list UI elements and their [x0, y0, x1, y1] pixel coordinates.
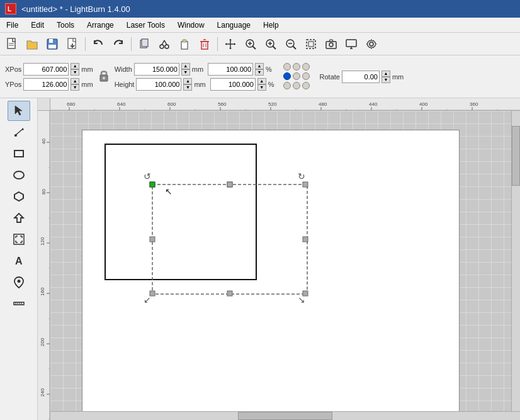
main-area: A 680 640 600 560 52 [0, 98, 520, 420]
svg-text:240: 240 [40, 388, 45, 397]
width-pct-spinner[interactable]: ▲ ▼ [255, 63, 264, 76]
edit-nodes-tool[interactable] [8, 122, 30, 142]
copy-button[interactable] [135, 35, 154, 53]
ellipse-tool[interactable] [8, 165, 30, 185]
rectangle-tool[interactable] [8, 144, 30, 164]
align-br[interactable] [302, 82, 310, 89]
cut-button[interactable] [155, 35, 174, 53]
svg-text:640: 640 [117, 101, 126, 107]
menu-arrange[interactable]: Arrange [81, 18, 120, 32]
rotate-input[interactable] [342, 71, 380, 83]
lock-icon[interactable] [97, 69, 111, 85]
settings-button[interactable] [362, 35, 381, 53]
align-mc[interactable] [293, 72, 300, 80]
select-tool[interactable] [8, 101, 30, 121]
properties-bar: XPos ▲ ▼ mm YPos ▲ ▼ mm Width [0, 55, 520, 98]
toolbox: A [0, 98, 38, 420]
width-down[interactable]: ▼ [181, 69, 190, 76]
svg-text:80: 80 [41, 189, 47, 195]
height-pct-spinner[interactable]: ▲ ▼ [257, 78, 266, 91]
xpos-spinner[interactable]: ▲ ▼ [71, 63, 79, 76]
position-tool[interactable] [8, 272, 30, 292]
svg-text:600: 600 [167, 101, 176, 107]
rotate-down[interactable]: ▼ [382, 77, 390, 83]
align-mr[interactable] [302, 72, 310, 80]
zoom-out-button[interactable] [281, 35, 300, 53]
frame-tool[interactable] [8, 229, 30, 249]
menu-laser-tools[interactable]: Laser Tools [120, 18, 171, 32]
width-up[interactable]: ▲ [181, 63, 190, 69]
ypos-input[interactable] [23, 78, 69, 91]
align-tr[interactable] [302, 63, 310, 71]
delete-button[interactable] [195, 35, 214, 53]
menu-language[interactable]: Language [211, 18, 257, 32]
monitor-button[interactable] [342, 35, 361, 53]
wpct-up[interactable]: ▲ [255, 63, 264, 69]
width-spinner[interactable]: ▲ ▼ [181, 63, 190, 76]
svg-point-12 [160, 45, 164, 48]
align-bc[interactable] [293, 82, 300, 89]
text-tool[interactable]: A [8, 251, 30, 271]
camera-button[interactable] [322, 35, 341, 53]
height-down[interactable]: ▼ [183, 84, 192, 91]
zoom-in-button[interactable] [261, 35, 280, 53]
svg-rect-18 [201, 42, 208, 49]
height-pct-input[interactable] [210, 78, 256, 91]
wpct-down[interactable]: ▼ [255, 69, 264, 76]
toolbar-sep-2 [131, 37, 132, 51]
menu-window[interactable]: Window [171, 18, 211, 32]
svg-line-34 [293, 46, 296, 49]
hpct-up[interactable]: ▲ [257, 78, 266, 84]
frame-button[interactable] [302, 35, 320, 53]
align-ml[interactable] [283, 72, 291, 80]
svg-text:40: 40 [41, 139, 47, 144]
height-input[interactable] [136, 78, 181, 91]
xpos-up[interactable]: ▲ [71, 63, 79, 69]
align-tl[interactable] [283, 63, 291, 71]
save-button[interactable] [43, 35, 62, 53]
ypos-label: YPos [5, 81, 21, 88]
menu-edit[interactable]: Edit [25, 18, 50, 32]
menu-help[interactable]: Help [257, 18, 285, 32]
horizontal-scrollbar[interactable] [50, 411, 520, 420]
height-spinner[interactable]: ▲ ▼ [183, 78, 192, 91]
open-button[interactable] [23, 35, 42, 53]
svg-text:160: 160 [40, 287, 45, 296]
measure-tool[interactable] [8, 293, 30, 314]
new-button[interactable] [3, 35, 21, 53]
svg-point-13 [165, 45, 169, 48]
xpos-group: XPos ▲ ▼ mm [5, 63, 93, 76]
arrow-tool[interactable] [8, 208, 30, 228]
undo-button[interactable] [89, 35, 108, 53]
svg-rect-52 [14, 234, 24, 244]
height-unit: mm [194, 81, 205, 88]
canvas-area[interactable]: 680 640 600 560 520 480 440 400 360 320 [38, 98, 520, 420]
menu-file[interactable]: File [0, 18, 25, 32]
menu-tools[interactable]: Tools [50, 18, 81, 32]
ypos-up[interactable]: ▲ [71, 78, 79, 84]
rotate-up[interactable]: ▲ [382, 71, 390, 77]
move-button[interactable] [221, 35, 240, 53]
align-bl[interactable] [283, 82, 291, 89]
svg-rect-36 [307, 40, 315, 48]
zoom-box-button[interactable] [241, 35, 260, 53]
width-input[interactable] [134, 63, 179, 76]
ypos-spinner[interactable]: ▲ ▼ [71, 78, 79, 91]
rotate-spinner[interactable]: ▲ ▼ [382, 71, 390, 83]
hpct-down[interactable]: ▼ [257, 84, 266, 91]
height-up[interactable]: ▲ [183, 78, 192, 84]
ypos-down[interactable]: ▼ [71, 84, 79, 91]
width-pct-input[interactable] [208, 63, 253, 76]
ypos-unit: mm [81, 81, 93, 88]
xpos-input[interactable] [23, 63, 69, 76]
xpos-down[interactable]: ▼ [71, 69, 79, 76]
import-button[interactable] [63, 35, 82, 53]
svg-text:120: 120 [40, 237, 45, 246]
canvas[interactable]: ↺ ↻ ↙ ↘ [50, 111, 520, 420]
polygon-tool[interactable] [8, 186, 30, 207]
paste-button[interactable] [175, 35, 194, 53]
redo-button[interactable] [109, 35, 128, 53]
vertical-scrollbar[interactable] [511, 111, 520, 411]
align-tc[interactable] [293, 63, 300, 71]
menubar: File Edit Tools Arrange Laser Tools Wind… [0, 18, 520, 33]
